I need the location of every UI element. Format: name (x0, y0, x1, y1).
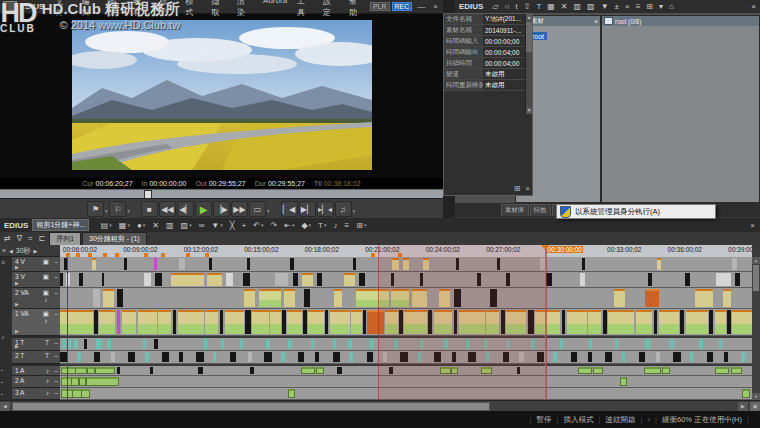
clip-segment[interactable] (680, 310, 684, 334)
clip-segment[interactable] (503, 352, 509, 362)
clip-segment[interactable] (173, 310, 176, 334)
clip-segment[interactable] (240, 339, 243, 349)
clip-segment[interactable] (443, 339, 447, 349)
clip-segment[interactable] (716, 273, 731, 286)
clip-segment[interactable] (440, 367, 451, 374)
extract-mode-icon[interactable]: ⊏ (38, 234, 45, 243)
clip-segment[interactable] (61, 367, 75, 374)
clip-segment[interactable] (103, 289, 114, 307)
clip-segment[interactable] (220, 310, 223, 334)
clip-segment[interactable] (99, 310, 116, 334)
clip-segment[interactable] (404, 310, 427, 334)
clip-segment[interactable] (501, 310, 505, 334)
timeline-vertical-scrollbar[interactable]: ▲ ▼ (752, 257, 760, 400)
clip-segment[interactable] (247, 258, 250, 270)
clip-segment[interactable] (707, 352, 713, 362)
clip-segment[interactable] (117, 289, 123, 307)
audio-enable-icon[interactable]: ♪ (46, 389, 49, 396)
clip-segment[interactable] (614, 289, 625, 307)
scale-up-icon[interactable]: ▶ (34, 248, 38, 254)
add-transition-icon[interactable]: ◆▾ (298, 221, 315, 230)
clip-segment[interactable] (333, 339, 336, 349)
clip-segment[interactable] (659, 310, 679, 334)
track-header-2a[interactable]: 2 A♪~ (12, 376, 60, 388)
rewind-button[interactable]: ◀◀ (159, 201, 176, 217)
clip-segment[interactable] (468, 352, 476, 362)
view-grid-icon[interactable]: ⊞ (643, 2, 656, 11)
open-project-icon[interactable]: ▦▾ (115, 221, 133, 230)
title-track-icon[interactable]: T (45, 339, 49, 346)
sync-lock-icon[interactable]: ~ (54, 311, 58, 318)
clip-segment[interactable] (178, 310, 204, 334)
track-header-1a[interactable]: 1 A♪~ (12, 364, 60, 376)
sync-lock-icon[interactable]: ~ (54, 368, 58, 375)
playhead-marker-icon[interactable] (541, 245, 549, 250)
title-track-icon[interactable]: T (45, 352, 49, 359)
clip-segment[interactable] (639, 352, 645, 362)
clip-segment[interactable] (68, 339, 71, 349)
track-lane-1t[interactable] (60, 336, 752, 351)
copy-icon[interactable]: ▥ (163, 221, 178, 230)
clip-segment[interactable] (394, 339, 397, 349)
clip-segment[interactable] (605, 352, 613, 362)
clip-segment[interactable] (528, 310, 534, 334)
clip-segment[interactable] (439, 289, 450, 307)
sequence-tab-0[interactable]: 序列1 (49, 232, 81, 245)
clip-segment[interactable] (79, 273, 82, 286)
scroll-right-icon[interactable]: ▶ (738, 402, 748, 411)
clip-segment[interactable] (699, 339, 702, 349)
menu-item-5[interactable]: 模式 (180, 0, 206, 18)
bin-tree-close-icon[interactable]: × (594, 18, 598, 25)
copy-icon[interactable]: ▥ (571, 2, 585, 11)
search-icon[interactable]: ○ (502, 2, 513, 11)
expand-track-icon[interactable]: ▶ (15, 280, 19, 286)
scroll-thumb[interactable] (12, 402, 490, 411)
clip-segment[interactable] (221, 339, 224, 349)
clip-segment[interactable] (481, 367, 492, 374)
timeline-close-button[interactable]: × (745, 221, 760, 230)
effects-icon-dropdown-icon[interactable]: ▾ (364, 222, 367, 228)
minimize-button[interactable]: — (414, 2, 428, 11)
effects-icon[interactable]: ⊞▾ (353, 221, 370, 230)
clip-segment[interactable] (325, 310, 328, 334)
clip-segment[interactable] (490, 289, 496, 307)
clip-segment[interactable] (303, 310, 307, 334)
clip-segment[interactable] (250, 367, 253, 374)
paste-icon[interactable]: ▨▾ (177, 221, 195, 230)
clip-segment[interactable] (578, 367, 592, 374)
audio-enable-icon[interactable]: ♪ (46, 377, 49, 384)
close-button[interactable]: × (430, 2, 441, 11)
video-enable-icon[interactable]: ▣ (43, 289, 49, 296)
clip-segment[interactable] (391, 289, 409, 307)
sequence-tab-1[interactable]: 30分鐘粗剪 - (1) (82, 232, 147, 245)
clip-segment[interactable] (196, 352, 204, 362)
clip-segment[interactable] (158, 310, 171, 334)
clip-segment[interactable] (454, 289, 461, 307)
ripple-mode-icon[interactable]: ≈ (28, 234, 32, 243)
bin-content-panel[interactable]: root (0/8) (601, 15, 760, 203)
track-lane-2t[interactable] (60, 351, 752, 364)
clip-segment[interactable] (507, 339, 510, 349)
clip-segment[interactable] (282, 310, 285, 334)
clip-segment[interactable] (270, 310, 280, 334)
clip-segment[interactable] (648, 273, 651, 286)
clip-segment[interactable] (154, 258, 157, 270)
clip-segment[interactable] (284, 289, 295, 307)
clip-segment[interactable] (62, 339, 65, 349)
clip-segment[interactable] (506, 273, 510, 286)
clip-segment[interactable] (363, 310, 366, 334)
audio-enable-icon[interactable]: ♪ (44, 317, 47, 324)
menu-item-2[interactable]: 視圖 (102, 0, 128, 18)
title-icon[interactable]: T (533, 2, 544, 11)
clip-segment[interactable] (344, 273, 355, 286)
clip-segment[interactable] (484, 339, 487, 349)
clip-segment[interactable] (60, 310, 81, 334)
clip-segment[interactable] (290, 258, 294, 270)
playhead-line[interactable] (545, 247, 546, 400)
menu-item-7[interactable]: 渲染 (232, 0, 258, 18)
clip-segment[interactable] (662, 367, 670, 374)
track-header-2va[interactable]: 2 VA▶▣♪~ (12, 288, 60, 309)
fast-forward-button[interactable]: ▶▶ (231, 201, 248, 217)
clip-segment[interactable] (288, 389, 294, 398)
bin-tab-0[interactable]: 素材庫 (501, 204, 529, 216)
